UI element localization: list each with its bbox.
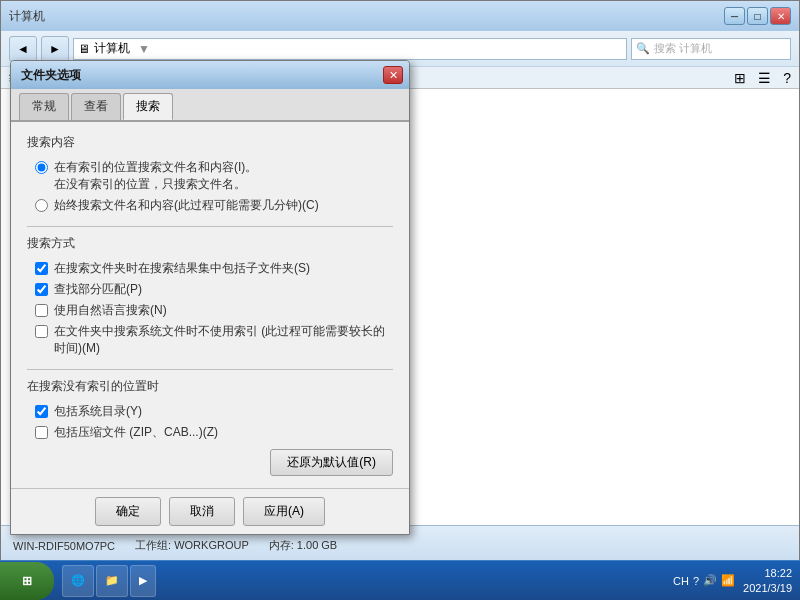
tab-view[interactable]: 查看 xyxy=(71,93,121,120)
no-index-checkboxes: 包括系统目录(Y) 包括压缩文件 (ZIP、CAB...)(Z) xyxy=(27,403,393,441)
dialog-overlay: 文件夹选项 ✕ 常规 查看 搜索 搜索内容 在有索引的位置搜索文件名和内容(I)… xyxy=(0,0,800,560)
checkbox-no-index-sys-input[interactable] xyxy=(35,325,48,338)
dialog-footer: 确定 取消 应用(A) xyxy=(11,488,409,534)
checkbox-sys-dir-input[interactable] xyxy=(35,405,48,418)
clock-display[interactable]: 18:22 2021/3/19 xyxy=(743,566,792,595)
network-icon: 🔊 xyxy=(703,574,717,587)
clock-time: 18:22 xyxy=(743,566,792,580)
restore-btn-row: 还原为默认值(R) xyxy=(27,449,393,476)
taskbar-ie-button[interactable]: 🌐 xyxy=(62,565,94,597)
checkbox-zip-input[interactable] xyxy=(35,426,48,439)
restore-defaults-button[interactable]: 还原为默认值(R) xyxy=(270,449,393,476)
search-method-checkboxes: 在搜索文件夹时在搜索结果集中包括子文件夹(S) 查找部分匹配(P) 使用自然语言… xyxy=(27,260,393,357)
checkbox-natural-label: 使用自然语言搜索(N) xyxy=(54,302,167,319)
dialog-body: 搜索内容 在有索引的位置搜索文件名和内容(I)。在没有索引的位置，只搜索文件名。… xyxy=(11,122,409,488)
ok-button[interactable]: 确定 xyxy=(95,497,161,526)
checkbox-sys-dir-label: 包括系统目录(Y) xyxy=(54,403,142,420)
apply-button[interactable]: 应用(A) xyxy=(243,497,325,526)
checkbox-subfolders-label: 在搜索文件夹时在搜索结果集中包括子文件夹(S) xyxy=(54,260,310,277)
tab-search[interactable]: 搜索 xyxy=(123,93,173,120)
radio-always: 始终搜索文件名和内容(此过程可能需要几分钟)(C) xyxy=(35,197,393,214)
radio-indexed-label: 在有索引的位置搜索文件名和内容(I)。在没有索引的位置，只搜索文件名。 xyxy=(54,159,257,193)
taskbar-right: CH ? 🔊 📶 18:22 2021/3/19 xyxy=(665,566,800,595)
taskbar-items: 🌐 📁 ▶ xyxy=(58,565,665,597)
search-content-label: 搜索内容 xyxy=(27,134,393,151)
radio-indexed: 在有索引的位置搜索文件名和内容(I)。在没有索引的位置，只搜索文件名。 xyxy=(35,159,393,193)
checkbox-no-index-sys: 在文件夹中搜索系统文件时不使用索引 (此过程可能需要较长的时间)(M) xyxy=(35,323,393,357)
start-button[interactable]: ⊞ xyxy=(0,562,54,600)
dialog-title: 文件夹选项 xyxy=(21,67,81,84)
checkbox-subfolders: 在搜索文件夹时在搜索结果集中包括子文件夹(S) xyxy=(35,260,393,277)
checkbox-zip-label: 包括压缩文件 (ZIP、CAB...)(Z) xyxy=(54,424,218,441)
checkbox-partial-input[interactable] xyxy=(35,283,48,296)
clock-date: 2021/3/19 xyxy=(743,581,792,595)
lang-indicator: CH xyxy=(673,575,689,587)
dialog-close-button[interactable]: ✕ xyxy=(383,66,403,84)
folder-options-dialog: 文件夹选项 ✕ 常规 查看 搜索 搜索内容 在有索引的位置搜索文件名和内容(I)… xyxy=(10,60,410,535)
desktop: 计算机 ─ □ ✕ ◄ ► 🖥 计算机 ▼ 🔍 搜索 计算机 组织 ▼ 系统属性 xyxy=(0,0,800,600)
dialog-tabs: 常规 查看 搜索 xyxy=(11,89,409,122)
divider-1 xyxy=(27,226,393,227)
taskbar-media-button[interactable]: ▶ xyxy=(130,565,156,597)
systray: CH ? 🔊 📶 xyxy=(673,574,735,587)
checkbox-no-index-sys-label: 在文件夹中搜索系统文件时不使用索引 (此过程可能需要较长的时间)(M) xyxy=(54,323,393,357)
start-label: ⊞ xyxy=(22,574,32,588)
checkbox-subfolders-input[interactable] xyxy=(35,262,48,275)
search-content-radio-group: 在有索引的位置搜索文件名和内容(I)。在没有索引的位置，只搜索文件名。 始终搜索… xyxy=(27,159,393,214)
tab-general[interactable]: 常规 xyxy=(19,93,69,120)
radio-indexed-input[interactable] xyxy=(35,161,48,174)
checkbox-sys-dir: 包括系统目录(Y) xyxy=(35,403,393,420)
radio-always-label: 始终搜索文件名和内容(此过程可能需要几分钟)(C) xyxy=(54,197,319,214)
cancel-button[interactable]: 取消 xyxy=(169,497,235,526)
volume-icon: 📶 xyxy=(721,574,735,587)
checkbox-natural: 使用自然语言搜索(N) xyxy=(35,302,393,319)
dialog-titlebar: 文件夹选项 ✕ xyxy=(11,61,409,89)
taskbar: ⊞ 🌐 📁 ▶ CH ? 🔊 📶 18:22 2021/3/19 xyxy=(0,560,800,600)
taskbar-explorer-button[interactable]: 📁 xyxy=(96,565,128,597)
checkbox-zip: 包括压缩文件 (ZIP、CAB...)(Z) xyxy=(35,424,393,441)
checkbox-partial: 查找部分匹配(P) xyxy=(35,281,393,298)
checkbox-partial-label: 查找部分匹配(P) xyxy=(54,281,142,298)
divider-2 xyxy=(27,369,393,370)
search-method-label: 搜索方式 xyxy=(27,235,393,252)
help-systray-icon[interactable]: ? xyxy=(693,575,699,587)
radio-always-input[interactable] xyxy=(35,199,48,212)
no-index-label: 在搜索没有索引的位置时 xyxy=(27,378,393,395)
checkbox-natural-input[interactable] xyxy=(35,304,48,317)
